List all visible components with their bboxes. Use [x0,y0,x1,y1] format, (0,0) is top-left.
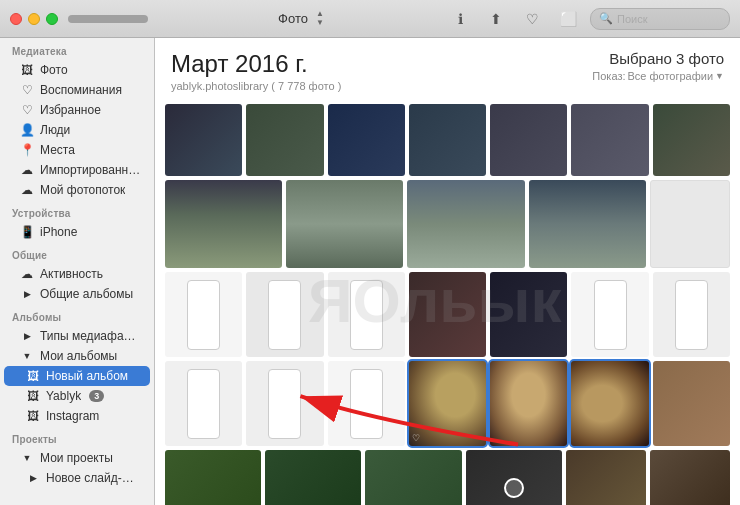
year-label: 2016 г. [235,50,308,77]
photo-thumb[interactable] [653,361,730,446]
sidebar-item-moi-albums[interactable]: ▼ Мои альбомы [4,346,150,366]
sidebar-item-aktiv-label: Активность [40,267,103,281]
minimize-button[interactable] [28,13,40,25]
photo-thumb[interactable] [286,180,403,268]
section-label-devices: Устройства [0,200,154,222]
fotopotok-icon: ☁ [20,183,34,197]
photo-row-cat: ♡ [165,361,730,446]
photo-thumb[interactable] [246,104,323,176]
photo-thumb[interactable] [165,361,242,446]
titlebar-arrows[interactable]: ▲ ▼ [316,10,324,27]
sidebar-item-yablyk[interactable]: 🖼 Yablyk 3 [4,386,150,406]
sidebar-item-mesta-label: Места [40,143,75,157]
photo-thumb[interactable] [409,104,486,176]
search-placeholder: Поиск [617,13,647,25]
sidebar-item-insta-label: Instagram [46,409,99,423]
photo-thumb[interactable] [365,450,461,505]
yablyk-badge: 3 [89,390,104,402]
sidebar-item-import[interactable]: ☁ Импортированные о... [4,160,150,180]
lyudi-icon: 👤 [20,123,34,137]
page-title: Март 2016 г. [171,50,341,78]
photo-thumb[interactable] [650,450,730,505]
photo-thumb[interactable] [328,272,405,357]
sidebar-item-lyudi[interactable]: 👤 Люди [4,120,150,140]
photo-row-iphone [165,272,730,357]
sidebar-item-mesta[interactable]: 📍 Места [4,140,150,160]
sidebar-item-yablyk-label: Yablyk [46,389,81,403]
library-info: yablyk.photoslibrary ( 7 778 фото ) [171,80,341,92]
photo-thumb[interactable]: MOCKBA [165,450,261,505]
photo-thumb[interactable] [571,272,648,357]
photo-row-sports: MOCKBA MOCKBA [165,450,730,505]
photo-thumb[interactable] [409,272,486,357]
sidebar-item-izb[interactable]: ♡ Избранное [4,100,150,120]
photo-thumb[interactable] [466,450,562,505]
upload-button[interactable]: ⬆ [482,7,510,31]
section-label-albums: Альбомы [0,304,154,326]
photo-thumb[interactable] [571,361,648,446]
photo-thumb[interactable] [246,272,323,357]
heart-button[interactable]: ♡ [518,7,546,31]
photo-thumb[interactable] [165,272,242,357]
sidebar-item-aktiv[interactable]: ☁ Активность [4,264,150,284]
filter-label: Все фотографии [628,70,714,82]
sidebar-item-moi-label: Мои альбомы [40,349,117,363]
sidebar-item-noviy[interactable]: 🖼 Новый альбом [4,366,150,386]
photo-thumb[interactable] [650,180,730,268]
show-label: Показ: [592,70,625,82]
noviy-icon: 🖼 [26,369,40,383]
sidebar-item-fotopotok[interactable]: ☁ Мой фотопоток [4,180,150,200]
close-button[interactable] [10,13,22,25]
izb-icon: ♡ [20,103,34,117]
sidebar-item-iphone[interactable]: 📱 iPhone [4,222,150,242]
photo-row-1 [165,104,730,176]
section-label-projects: Проекты [0,426,154,448]
photo-row-2 [165,180,730,268]
content-title-area: Март 2016 г. yablyk.photoslibrary ( 7 77… [171,50,341,92]
photo-thumb[interactable] [328,361,405,446]
search-bar[interactable]: 🔍 Поиск [590,8,730,30]
sidebar-item-import-label: Импортированные о... [40,163,142,177]
insta-icon: 🖼 [26,409,40,423]
photo-thumb[interactable] [165,104,242,176]
photo-thumb[interactable]: ♡ [409,361,486,446]
photo-thumb[interactable] [529,180,646,268]
share-button[interactable]: ⬜ [554,7,582,31]
sidebar-item-noviy-label: Новый альбом [46,369,128,383]
aktiv-icon: ☁ [20,267,34,281]
show-filter[interactable]: Показ: Все фотографии ▼ [592,70,724,82]
photo-thumb[interactable] [407,180,524,268]
sidebar-item-moi-proj-label: Мои проекты [40,451,113,465]
sidebar-item-vospom[interactable]: ♡ Воспоминания [4,80,150,100]
sidebar-item-tipy[interactable]: ▶ Типы медиафайлов [4,326,150,346]
vospom-icon: ♡ [20,83,34,97]
maximize-button[interactable] [46,13,58,25]
photo-thumb[interactable] [566,450,646,505]
photo-thumb[interactable] [246,361,323,446]
photo-thumb[interactable] [490,104,567,176]
sidebar-item-obsch[interactable]: ▶ Общие альбомы [4,284,150,304]
photo-thumb[interactable] [571,104,648,176]
titlebar-right: ℹ ⬆ ♡ ⬜ 🔍 Поиск [446,7,730,31]
photo-thumb[interactable] [490,272,567,357]
sidebar-item-insta[interactable]: 🖼 Instagram [4,406,150,426]
section-label-common: Общие [0,242,154,264]
tipy-icon: ▶ [20,331,34,341]
foto-icon: 🖼 [20,63,34,77]
selected-label: Выбрано 3 фото [592,50,724,67]
sidebar-item-slideshow-label: Новое слайд-шоу [46,471,142,485]
photo-thumb[interactable] [165,180,282,268]
photo-thumb[interactable] [653,104,730,176]
titlebar-center: Фото ▲ ▼ [156,10,446,27]
sidebar-item-foto[interactable]: 🖼 Фото [4,60,150,80]
main-container: Медиатека 🖼 Фото ♡ Воспоминания ♡ Избран… [0,38,740,505]
sidebar-item-slideshow[interactable]: ▶ Новое слайд-шоу [4,468,150,488]
photo-thumb[interactable] [653,272,730,357]
photo-thumb[interactable] [328,104,405,176]
photo-thumb[interactable] [490,361,567,446]
chevron-down-icon: ▼ [715,71,724,81]
sidebar-item-foto-label: Фото [40,63,68,77]
info-button[interactable]: ℹ [446,7,474,31]
sidebar-item-moi-projects[interactable]: ▼ Мои проекты [4,448,150,468]
photo-thumb[interactable]: MOCKBA [265,450,361,505]
